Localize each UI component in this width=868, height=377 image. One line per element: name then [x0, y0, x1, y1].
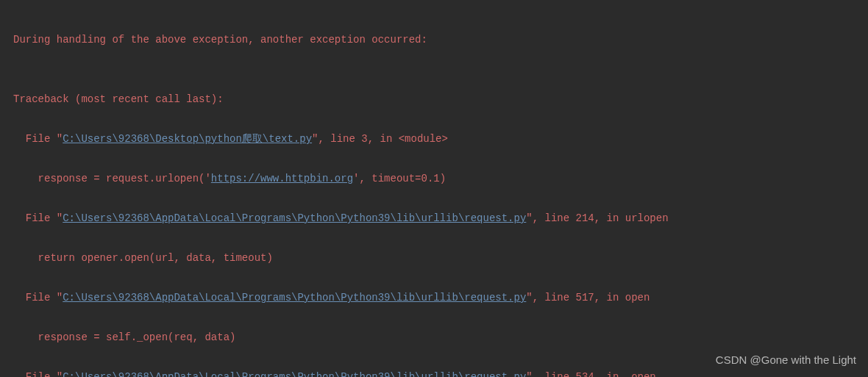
watermark-label: CSDN @Gone with the Light [716, 350, 856, 370]
url-link[interactable]: https://www.httpbin.org [211, 173, 353, 184]
file-prefix: File " [13, 371, 63, 377]
frame-file-line: File "C:\Users\92368\AppData\Local\Progr… [13, 288, 855, 308]
frame-file-line: File "C:\Users\92368\Desktop\python爬取\te… [13, 129, 855, 149]
exception-header: During handling of the above exception, … [13, 30, 855, 50]
file-path-link[interactable]: C:\Users\92368\AppData\Local\Programs\Py… [63, 212, 526, 224]
traceback-header: Traceback (most recent call last): [13, 90, 855, 109]
frame-file-line: File "C:\Users\92368\AppData\Local\Progr… [13, 209, 855, 229]
file-suffix: ", line 3, in <module> [312, 133, 448, 145]
file-prefix: File " [13, 133, 63, 145]
file-path-link[interactable]: C:\Users\92368\Desktop\python爬取\text.py [63, 133, 312, 145]
frame-code-line: return opener.open(url, data, timeout) [13, 248, 855, 268]
file-path-link[interactable]: C:\Users\92368\AppData\Local\Programs\Py… [63, 371, 526, 377]
frame-code-line: response = self._open(req, data) [13, 328, 855, 348]
file-suffix: ", line 517, in open [526, 292, 650, 304]
frame-code-line: response = request.urlopen('https://www.… [13, 169, 855, 189]
file-path-link[interactable]: C:\Users\92368\AppData\Local\Programs\Py… [63, 292, 526, 304]
traceback-panel: During handling of the above exception, … [0, 0, 868, 377]
code-pre: response = request.urlopen(' [13, 173, 211, 184]
file-prefix: File " [13, 292, 63, 304]
file-prefix: File " [13, 212, 63, 224]
code-post: ', timeout=0.1) [353, 173, 446, 184]
file-suffix: ", line 214, in urlopen [526, 212, 668, 224]
file-suffix: ", line 534, in _open [526, 371, 655, 377]
